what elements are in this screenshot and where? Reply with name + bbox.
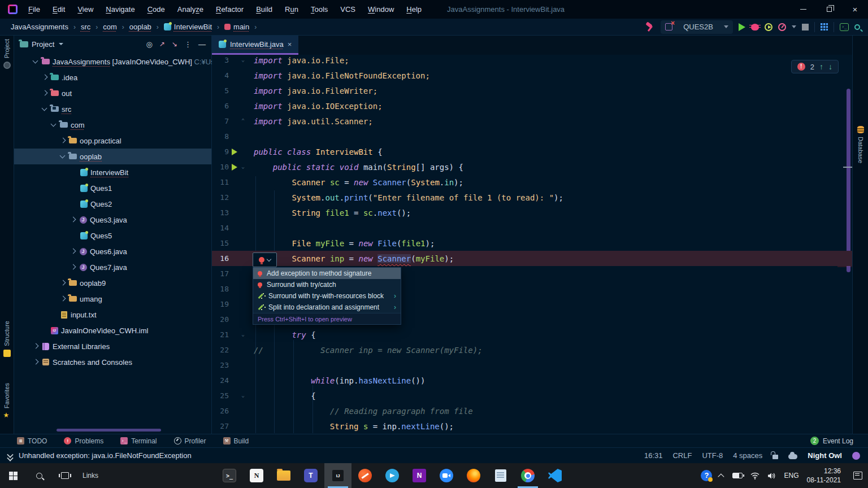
code-line-10[interactable]: 10⌄ public static void main(String[] arg… <box>212 159 852 175</box>
volume-icon[interactable] <box>767 472 776 480</box>
close-button[interactable]: × <box>842 0 868 19</box>
line-number[interactable]: 11 <box>212 178 229 186</box>
code-editor[interactable]: 3⌄import java.io.File;4import java.io.Fi… <box>212 55 852 434</box>
line-number[interactable]: 17 <box>212 269 229 278</box>
tree-item-ques6-java[interactable]: JQues6.java <box>14 243 211 259</box>
hide-panel-icon[interactable]: — <box>198 40 206 49</box>
tool-window-button-profiler[interactable]: Profiler <box>174 437 206 445</box>
menu-item-navigate[interactable]: Navigate <box>101 3 140 15</box>
close-tab-icon[interactable]: × <box>288 40 292 49</box>
taskbar-app-teams[interactable]: T <box>297 463 324 488</box>
tool-window-button-build[interactable]: ⚒︎Build <box>223 437 249 445</box>
line-number[interactable]: 22 <box>212 346 229 354</box>
line-number[interactable]: 10 <box>212 163 229 171</box>
line-number[interactable]: 6 <box>212 102 229 110</box>
chevron-collapsed-icon[interactable] <box>59 137 67 145</box>
chevron-expanded-icon[interactable] <box>50 121 58 129</box>
line-separator[interactable]: CRLF <box>672 451 692 460</box>
chevron-collapsed-icon[interactable] <box>41 73 49 81</box>
terminal-toolbar-icon[interactable]: ›_ <box>840 23 849 31</box>
file-encoding[interactable]: UTF-8 <box>702 451 723 460</box>
start-button[interactable] <box>0 463 26 488</box>
taskbar-app-firefox[interactable] <box>460 463 487 488</box>
tool-stripe-project[interactable]: Project <box>0 39 14 69</box>
line-number[interactable]: 24 <box>212 376 229 385</box>
menu-item-build[interactable]: Build <box>251 3 277 15</box>
debug-button[interactable] <box>751 24 759 30</box>
menu-item-vcs[interactable]: VCS <box>335 3 361 15</box>
breadcrumb-item-com[interactable]: com <box>101 21 119 32</box>
tool-window-button-todo[interactable]: ≣TODO <box>17 437 47 445</box>
fold-marker-icon[interactable]: ⌄ <box>241 331 245 337</box>
breadcrumb-item-src[interactable]: src <box>79 21 92 32</box>
chevron-expanded-icon[interactable] <box>41 105 49 113</box>
intention-item[interactable]: Add exception to method signature <box>253 268 401 279</box>
theme-name[interactable]: Night Owl <box>808 451 842 460</box>
chevron-collapsed-icon[interactable] <box>59 279 67 287</box>
caret-position[interactable]: 16:31 <box>644 451 663 460</box>
code-line-3[interactable]: 3⌄import java.io.File; <box>212 55 852 68</box>
line-number[interactable]: 25 <box>212 391 229 400</box>
tool-stripe-database[interactable]: Database <box>853 126 868 163</box>
code-line-27[interactable]: 27 String s = inp.nextLine(); <box>212 419 852 434</box>
fold-marker-icon[interactable]: ⌄ <box>241 392 245 398</box>
line-number[interactable]: 3 <box>212 56 229 64</box>
chevron-collapsed-icon[interactable] <box>69 263 77 271</box>
code-line-26[interactable]: 26 // Reading paragraph from file <box>212 403 852 419</box>
taskbar-app-notion[interactable]: N <box>243 463 270 488</box>
tree-item-ques7-java[interactable]: JQues7.java <box>14 259 211 275</box>
breadcrumb-item-ooplab[interactable]: ooplab <box>128 21 153 32</box>
tool-window-button-terminal[interactable]: ›_Terminal <box>120 437 157 445</box>
line-number[interactable]: 26 <box>212 407 229 415</box>
menu-item-analyze[interactable]: Analyze <box>172 3 209 15</box>
line-number[interactable]: 9 <box>212 147 229 156</box>
code-line-14[interactable]: 14 <box>212 220 852 236</box>
menu-item-file[interactable]: File <box>23 3 45 15</box>
task-view-button[interactable] <box>52 463 78 488</box>
line-number[interactable]: 14 <box>212 224 229 232</box>
taskbar-app-zoom[interactable] <box>433 463 460 488</box>
taskbar-app-intellij[interactable]: IJ <box>324 463 351 488</box>
code-line-16[interactable]: 16 Scanner inp = new Scanner(myFile); <box>212 251 852 266</box>
code-line-6[interactable]: 6import java.io.IOException; <box>212 98 852 114</box>
tool-stripe-structure[interactable]: Structure <box>0 321 14 357</box>
code-line-23[interactable]: 23 <box>212 358 852 373</box>
tree-item-ooplab9[interactable]: ooplab9 <box>14 275 211 291</box>
sync-settings-cloud-icon[interactable] <box>788 454 797 459</box>
code-line-4[interactable]: 4import java.io.FileNotFoundException; <box>212 68 852 83</box>
keyboard-language[interactable]: ENG <box>784 472 798 480</box>
status-message-area[interactable]: Unhandled exception: java.io.FileNotFoun… <box>7 451 192 460</box>
chevron-collapsed-icon[interactable] <box>32 342 40 350</box>
intention-bulb-button[interactable] <box>253 252 277 267</box>
taskbar-app-terminal[interactable]: >_ <box>216 463 243 488</box>
tree-item-javainonevideo-cwh-iml[interactable]: IJJavaInOneVideo_CWH.iml <box>14 323 211 338</box>
taskbar-app-explorer[interactable] <box>270 463 297 488</box>
inspection-widget[interactable]: ! 2 ↑ ↓ <box>791 60 839 73</box>
tree-item-scratches-and-consoles[interactable]: Scratches and Consoles <box>14 354 211 370</box>
code-line-22[interactable]: 22// Scanner inp = new Scanner(myFile); <box>212 342 852 358</box>
tree-item-ooplab[interactable]: ooplab <box>14 149 211 164</box>
run-configuration-select[interactable]: QUES2B <box>661 20 733 34</box>
breadcrumb-item-interviewbit[interactable]: InterviewBit <box>162 21 214 32</box>
breadcrumb-item-main[interactable]: main <box>223 21 251 32</box>
tree-item-javaassignments[interactable]: JavaAssignments [JavaInOneVideo_CWH] C:¥… <box>14 54 211 69</box>
help-tray-icon[interactable]: ? <box>701 470 712 481</box>
indent-style[interactable]: 4 spaces <box>733 451 762 460</box>
intention-item[interactable]: Surround with try/catch <box>253 279 401 290</box>
tree-item-out[interactable]: out <box>14 85 211 101</box>
search-everywhere-icon[interactable] <box>854 24 860 30</box>
breadcrumb-item-javaassignments[interactable]: JavaAssignments <box>9 21 70 32</box>
tree-item-ques5[interactable]: Ques5 <box>14 228 211 243</box>
profiler-button[interactable] <box>778 23 786 31</box>
chevron-expanded-icon[interactable] <box>59 152 67 160</box>
minimize-button[interactable] <box>790 0 816 19</box>
chevron-collapsed-icon[interactable] <box>32 358 40 366</box>
battery-icon[interactable] <box>732 473 743 478</box>
taskbar-app-vscode[interactable] <box>541 463 568 488</box>
code-line-21[interactable]: 21⌄ try { <box>212 327 852 342</box>
locate-file-icon[interactable]: ◎ <box>146 40 153 49</box>
line-number[interactable]: 4 <box>212 71 229 80</box>
tree-item-umang[interactable]: umang <box>14 291 211 307</box>
line-number[interactable]: 20 <box>212 315 229 324</box>
line-number[interactable]: 13 <box>212 208 229 217</box>
